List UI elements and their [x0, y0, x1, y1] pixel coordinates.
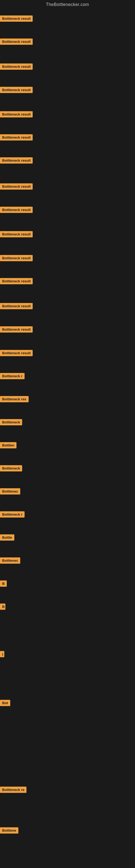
bottleneck-label: Bottleneck result [0, 207, 33, 213]
bottleneck-label: Bottleneck result [0, 183, 33, 190]
bottleneck-item: Bottleneck r [0, 373, 25, 380]
bottleneck-label: Bottleneck result [0, 255, 33, 261]
bottleneck-item: Bottleneck result [0, 134, 33, 142]
bottleneck-label: Bottlen [0, 442, 16, 448]
bottleneck-item: Bottleneck res [0, 396, 29, 403]
bottleneck-item: | [0, 651, 4, 658]
bottleneck-item: Bottleneck result [0, 303, 33, 310]
bottleneck-item: Bottleneck r [0, 511, 25, 519]
bottleneck-label: Bottleneck result [0, 16, 33, 22]
bottleneck-item: Bottleneck result [0, 231, 33, 239]
bottleneck-item: Bottleneck result [0, 278, 33, 285]
bottleneck-item: Bottleneck result [0, 157, 33, 165]
bottleneck-item: Bottleneck result [0, 38, 33, 46]
bottleneck-item: Bottleneck result [0, 350, 33, 357]
bottleneck-label: Bottleneck result [0, 350, 33, 356]
bottleneck-item: Bottleneck result [0, 63, 33, 71]
bottleneck-item: Bottleneck result [0, 207, 33, 214]
bottleneck-item: B [0, 581, 7, 588]
bottleneck-label: Bottlene [0, 827, 18, 834]
bottleneck-item: B [0, 603, 5, 611]
bottleneck-item: Bottleneck result [0, 16, 33, 23]
bottleneck-item: Bottlen [0, 442, 16, 450]
bottleneck-label: Bottleneck result [0, 326, 33, 333]
bottleneck-label: Bottleneck res [0, 396, 29, 402]
bottleneck-label: Bottleneck result [0, 157, 33, 163]
bottleneck-item: Bottleneck result [0, 255, 33, 262]
bottleneck-item: Bottleneck result [0, 111, 33, 119]
bottleneck-label: Bottleneck result [0, 111, 33, 118]
bottleneck-label: Bottleneck r [0, 511, 25, 518]
bottleneck-label: B [0, 581, 7, 587]
bottleneck-label: Bottleneck re [0, 786, 27, 793]
bottleneck-item: Bottleneck result [0, 87, 33, 94]
bottleneck-item: Bottleneck [0, 465, 22, 472]
bottleneck-label: Bottleneck result [0, 38, 33, 45]
bottleneck-item: Bottlenec [0, 557, 20, 565]
bottleneck-label: Bottleneck [0, 465, 22, 471]
bottleneck-item: Bottle [0, 534, 14, 542]
bottleneck-label: Bottleneck result [0, 134, 33, 141]
bottleneck-label: Bot [0, 700, 10, 706]
bottleneck-item: Bottleneck re [0, 786, 27, 794]
bottleneck-item: Bottleneck [0, 419, 22, 426]
bottleneck-label: Bottleneck result [0, 87, 33, 93]
bottleneck-item: Bot [0, 700, 10, 707]
bottleneck-label: Bottlenec [0, 557, 20, 564]
bottleneck-item: Bottlene [0, 827, 18, 835]
bottleneck-label: Bottleneck [0, 419, 22, 425]
bottleneck-item: Bottleneck result [0, 183, 33, 191]
site-title: TheBottlenecker.com [0, 0, 135, 8]
bottleneck-label: Bottle [0, 534, 14, 540]
bottleneck-label: Bottlenec [0, 488, 20, 495]
bottleneck-label: Bottleneck result [0, 231, 33, 237]
bottleneck-label: | [0, 651, 4, 657]
bottleneck-item: Bottlenec [0, 488, 20, 496]
bottleneck-label: Bottleneck result [0, 63, 33, 70]
bottleneck-item: Bottleneck result [0, 326, 33, 334]
bottleneck-label: Bottleneck result [0, 278, 33, 284]
bottleneck-label: Bottleneck result [0, 303, 33, 309]
bottleneck-label: B [0, 603, 5, 610]
bottleneck-label: Bottleneck r [0, 373, 25, 379]
